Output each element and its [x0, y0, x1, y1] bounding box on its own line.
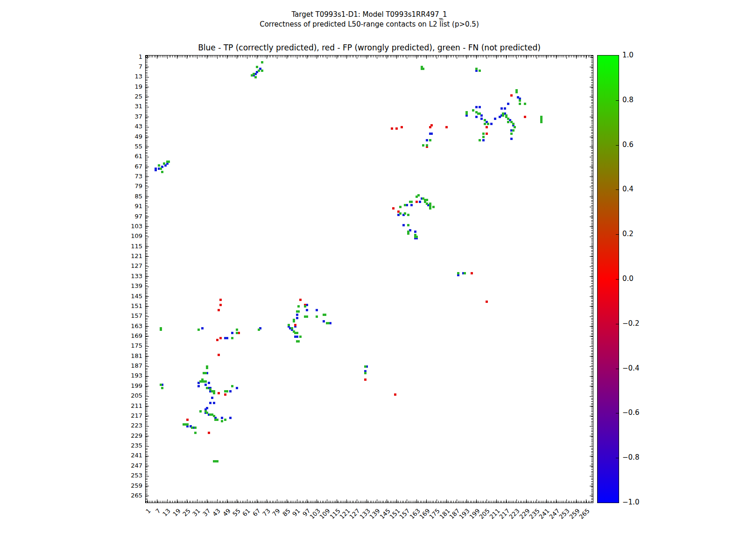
data-point-tp [229, 390, 232, 392]
data-point-fn [221, 420, 223, 422]
data-point-fn [199, 410, 202, 413]
data-point-fn [258, 70, 260, 72]
subtitle-overlined: li [439, 20, 443, 28]
data-point-fn [464, 272, 466, 274]
data-point-fn [416, 236, 418, 238]
data-point-tp [402, 224, 405, 226]
y-tick-label: 157 [114, 312, 142, 320]
colorbar-tick [616, 100, 619, 101]
y-tick-label: 55 [114, 143, 142, 150]
data-point-fp [208, 432, 210, 434]
data-point-tp [211, 397, 213, 399]
data-point-fp [510, 94, 513, 97]
data-point-fp [219, 299, 222, 301]
data-point-tp [430, 133, 433, 135]
y-tick-label: 7 [114, 63, 142, 70]
data-point-fn [482, 136, 485, 138]
y-tick-label: 85 [114, 193, 142, 200]
data-point-fp [416, 201, 418, 203]
right-minor-ticks [591, 56, 593, 503]
colorbar-tick-label: 0.4 [622, 185, 634, 193]
data-point-fn [306, 315, 308, 318]
y-tick-label: 145 [114, 293, 142, 300]
data-point-fn [261, 61, 263, 63]
data-point-tp [209, 402, 211, 404]
data-point-fn [327, 322, 330, 324]
y-tick-label: 91 [114, 203, 142, 210]
data-point-fn [364, 365, 366, 368]
data-point-fn [324, 314, 326, 316]
y-tick-label: 181 [114, 352, 142, 360]
data-point-fn [519, 99, 521, 102]
y-tick-label: 265 [114, 492, 142, 499]
data-point-fn [197, 329, 200, 331]
data-point-fn [484, 119, 486, 121]
colorbar-tick [616, 413, 619, 413]
data-point-fn [186, 423, 189, 426]
left-minor-ticks [146, 56, 148, 503]
data-point-fp [394, 393, 396, 396]
y-tick-label: 133 [114, 273, 142, 280]
data-point-fn [475, 68, 478, 70]
figure-title-block: Target T0993s1-D1: Model T0993s1RR497_1 … [145, 10, 593, 29]
data-point-tp [419, 201, 421, 203]
data-point-tp [500, 107, 503, 110]
y-tick-label: 73 [114, 173, 142, 180]
data-point-tp [475, 106, 478, 108]
data-point-fp [364, 378, 366, 381]
y-tick-label: 205 [114, 392, 142, 399]
data-point-tp [236, 387, 238, 389]
data-point-tp [426, 139, 428, 141]
data-point-fn [204, 380, 207, 383]
data-point-fn [515, 91, 518, 93]
data-point-fn [206, 412, 208, 414]
x-axis-tick-labels: 1713192531374349556167737985919710310911… [145, 506, 593, 544]
data-point-fn [216, 419, 218, 421]
data-point-tp [296, 314, 298, 316]
data-point-fn [291, 327, 293, 329]
data-point-fn [407, 214, 409, 216]
data-point-fn [191, 427, 193, 429]
data-point-tp [323, 320, 325, 322]
data-point-tp [231, 332, 233, 334]
data-point-tp [475, 116, 478, 118]
data-point-fn [168, 161, 170, 163]
y-tick-label: 223 [114, 422, 142, 429]
y-tick-label: 175 [114, 342, 142, 350]
data-point-fn [487, 123, 489, 125]
data-point-tp [213, 402, 215, 404]
y-tick-label: 49 [114, 133, 142, 140]
data-point-fn [231, 385, 233, 387]
y-tick-label: 43 [114, 123, 142, 130]
y-tick-label: 193 [114, 372, 142, 379]
colorbar-tick-label: 1.0 [622, 51, 634, 59]
data-point-fp [486, 301, 488, 303]
data-point-tp [510, 138, 513, 140]
data-point-fn [512, 129, 514, 132]
data-point-fp [294, 324, 296, 326]
y-tick-label: 151 [114, 302, 142, 310]
data-point-fn [316, 315, 318, 318]
data-point-fn [524, 103, 526, 105]
data-point-fp [486, 126, 488, 128]
data-point-tp [296, 336, 298, 338]
data-point-fn [254, 76, 257, 78]
colorbar-tick-labels: 1.00.80.60.40.20.0−0.2−0.4−0.6−0.8−1.0 [622, 55, 660, 503]
data-point-fp [218, 309, 220, 311]
data-point-fn [429, 139, 431, 141]
data-point-fn [206, 387, 208, 389]
colorbar-tick-label: 0.6 [622, 140, 634, 149]
data-point-fp [224, 393, 226, 396]
data-point-fp [216, 339, 218, 341]
y-tick-label: 169 [114, 332, 142, 340]
data-point-fn [432, 206, 435, 208]
y-tick-label: 19 [114, 83, 142, 91]
data-point-fn [161, 387, 163, 389]
y-tick-label: 163 [114, 322, 142, 330]
y-tick-label: 61 [114, 153, 142, 160]
colorbar-tick [616, 324, 619, 324]
colorbar-tick [616, 234, 619, 235]
data-point-fn [507, 118, 509, 120]
y-tick-label: 139 [114, 282, 142, 290]
subtitle-post: st (p>0.5) [444, 20, 479, 28]
